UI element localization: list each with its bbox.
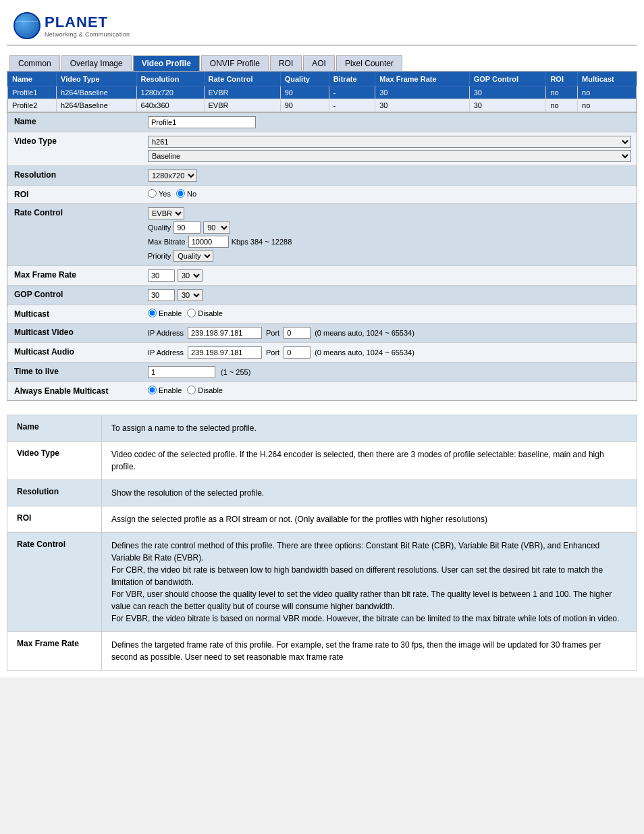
multicast-video-label: Multicast Video [7,323,142,341]
table-cell[interactable]: no [578,86,637,99]
ma-ip-input[interactable] [188,346,262,359]
table-cell[interactable]: EVBR [204,99,280,112]
rate-block: EVBR CBR VBR Quality 90 [148,207,631,262]
mv-ip-label: IP Address [148,329,184,337]
desc-content: Defines the targeted frame rate of this … [102,632,637,671]
tab-video-profile[interactable]: Video Profile [133,55,200,71]
config-area: Name Video Type Resolution Rate Control … [7,71,637,401]
logo-text: PLANET Networking & Communication [45,14,130,38]
quality-dropdown[interactable]: 90 [203,221,230,234]
table-cell[interactable]: no [546,99,578,112]
maxbitrate-label-text: Max Bitrate [148,238,186,246]
rate-priority-row: Priority Quality Bitrate [148,250,631,262]
col-header-maxframerate: Max Frame Rate [375,72,469,86]
table-cell[interactable]: 30 [469,99,546,112]
desc-content: To assign a name to the selected profile… [102,415,637,442]
maxframerate-input[interactable] [148,269,175,282]
desc-content: Show the resolution of the selected prof… [102,480,637,506]
tab-common[interactable]: Common [9,55,60,71]
videotype-value-cell: h261 h264 MJPEG Baseline Main High [142,132,637,165]
name-label: Name [7,113,142,130]
ttl-value-cell: (1 ~ 255) [142,363,637,382]
priority-select[interactable]: Quality Bitrate [173,250,213,262]
form-row-multicast: Multicast Enable Disable [7,305,637,323]
roi-label: ROI [7,186,142,203]
table-cell[interactable]: EVBR [204,86,280,99]
name-input[interactable] [148,116,256,128]
table-cell[interactable]: 30 [375,99,469,112]
ma-note: (0 means auto, 1024 ~ 65534) [315,348,414,357]
mv-ip-input[interactable] [188,327,262,339]
tab-roi[interactable]: ROI [270,55,302,71]
form-row-gop: GOP Control 30 60 [7,286,637,305]
resolution-value-cell: 1280x720 640x360 320x180 [142,166,637,185]
ma-ip-label: IP Address [148,348,184,357]
form-row-multicast-audio: Multicast Audio IP Address Port (0 means… [7,343,637,363]
desc-content: Video codec of the selected profile. If … [102,442,637,480]
table-cell[interactable]: no [546,86,578,99]
tab-pixel[interactable]: Pixel Counter [336,55,402,71]
videotype-profile-select[interactable]: Baseline Main High [148,150,631,162]
table-cell[interactable]: no [578,99,637,112]
always-enable-enable-label: Enable [148,386,182,394]
table-cell[interactable]: h264/Baseline [57,99,136,112]
multicast-audio-label: Multicast Audio [7,343,142,361]
table-cell[interactable]: - [329,86,375,99]
table-cell[interactable]: 1280x720 [136,86,204,99]
rate-quality-row: Quality 90 [148,221,631,234]
multicast-value-cell: Enable Disable [142,305,637,322]
multicast-disable-radio[interactable] [187,309,196,317]
multicast-enable-radio[interactable] [148,309,157,317]
col-header-videotype: Video Type [57,72,136,86]
mv-note: (0 means auto, 1024 ~ 65534) [315,329,414,337]
desc-label: ROI [7,506,102,533]
col-header-bitrate: Bitrate [329,72,375,86]
maxbitrate-input[interactable] [188,236,229,248]
resolution-select[interactable]: 1280x720 640x360 320x180 [148,170,197,182]
ttl-range: (1 ~ 255) [221,368,250,376]
col-header-gopcontrol: GOP Control [469,72,546,86]
header: PLANET Networking & Communication [7,7,637,46]
table-cell[interactable]: h264/Baseline [57,86,136,99]
table-cell[interactable]: 30 [469,86,546,99]
mv-port-input[interactable] [284,327,311,339]
gop-value-cell: 30 60 [142,286,637,305]
table-cell[interactable]: - [329,99,375,112]
always-enable-disable-radio[interactable] [187,386,196,394]
form-row-ttl: Time to live (1 ~ 255) [7,363,637,382]
roi-yes-radio[interactable] [148,189,157,198]
col-header-resolution: Resolution [136,72,204,86]
multicast-disable-label: Disable [187,309,223,317]
roi-no-radio[interactable] [176,189,185,198]
ttl-input[interactable] [148,366,215,378]
always-enable-enable-radio[interactable] [148,386,157,394]
col-header-multicast: Multicast [578,72,637,86]
col-header-quality: Quality [280,72,329,86]
multicast-radio-group: Enable Disable [148,309,223,317]
ma-port-input[interactable] [284,346,311,359]
multicast-video-value-cell: IP Address Port (0 means auto, 1024 ~ 65… [142,323,637,342]
gop-select[interactable]: 30 60 [178,289,203,301]
desc-content: Defines the rate control method of this … [102,533,637,632]
quality-input[interactable] [173,221,200,234]
gop-label: GOP Control [7,286,142,303]
table-cell[interactable]: Profile1 [8,86,57,99]
table-cell[interactable]: 90 [280,99,329,112]
form-row-resolution: Resolution 1280x720 640x360 320x180 [7,166,637,186]
tab-onvif[interactable]: ONVIF Profile [201,55,269,71]
table-cell[interactable]: 640x360 [136,99,204,112]
rate-type-select[interactable]: EVBR CBR VBR [148,207,184,219]
maxframerate-select[interactable]: 30 25 15 [178,269,203,282]
gop-input[interactable] [148,289,175,301]
table-cell[interactable]: 30 [375,86,469,99]
roi-radio-group: Yes No [148,189,196,198]
tab-overlay[interactable]: Overlay Image [61,55,132,71]
videotype-label: Video Type [7,132,142,150]
tab-aoi[interactable]: AOI [303,55,335,71]
table-cell[interactable]: Profile2 [8,99,57,112]
form-row-always-enable: Always Enable Multicast Enable Disable [7,382,637,400]
description-table: NameTo assign a name to the selected pro… [7,415,637,671]
videotype-codec-select[interactable]: h261 h264 MJPEG [148,136,631,148]
multicast-audio-value-cell: IP Address Port (0 means auto, 1024 ~ 65… [142,343,637,362]
table-cell[interactable]: 90 [280,86,329,99]
